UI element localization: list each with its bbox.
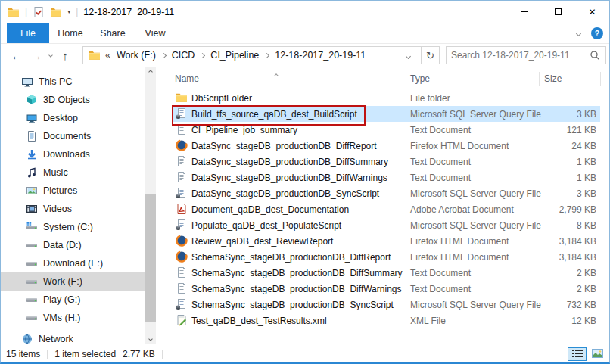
column-divider[interactable] — [539, 72, 540, 86]
breadcrumb-segment-ci-pipeline[interactable]: CI_Pipeline — [210, 50, 259, 61]
sidebar-item-label: VMs (H:) — [43, 313, 80, 323]
file-row-datasync-stagedb-productiondb-diffsummary[interactable]: DataSync_stageDB_productionDB_DiffSummar… — [157, 154, 609, 170]
sidebar-item-downloads[interactable]: Downloads — [1, 145, 145, 163]
address-folder-icon — [89, 49, 101, 61]
sidebar-item-this-pc[interactable]: This PC — [1, 73, 145, 91]
breadcrumb-segment-work-f[interactable]: Work (F:) — [117, 50, 156, 61]
file-row-datasync-stagedb-productiondb-syncscript[interactable]: DataSync_stageDB_productionDB_SyncScript… — [157, 185, 609, 201]
sidebar-item-pictures[interactable]: Pictures — [1, 182, 145, 200]
drive-icon — [26, 257, 38, 269]
text-icon — [176, 282, 188, 294]
sidebar-scrollbar[interactable] — [145, 67, 156, 344]
file-type: Text Document — [410, 125, 471, 135]
refresh-icon: ↻ — [426, 50, 434, 61]
sidebar-item-label: Videos — [43, 204, 72, 214]
file-name: DataSync_stageDB_productionDB_DiffWarnin… — [191, 173, 387, 183]
file-row-document-qadb-dest-documentation[interactable]: Document_qaDB_dest_DocumentationAdobe Ac… — [157, 201, 609, 217]
breadcrumb-separator-icon[interactable] — [200, 52, 205, 58]
up-button[interactable]: ↑ — [57, 44, 73, 67]
recent-locations-icon[interactable] — [46, 44, 55, 67]
back-button[interactable]: ← — [8, 44, 25, 67]
column-divider[interactable] — [600, 72, 601, 86]
file-name: DataSync_stageDB_productionDB_DiffReport — [191, 141, 377, 151]
music-icon — [26, 166, 38, 179]
sidebar-item-documents[interactable]: Documents — [1, 127, 145, 145]
qat-dropdown-icon[interactable]: ▾ — [67, 8, 70, 15]
sidebar-item-play-g[interactable]: Play (G:) — [1, 291, 145, 309]
file-name: Review_qaDB_dest_ReviewReport — [191, 236, 333, 247]
scroll-up-icon[interactable] — [145, 67, 156, 77]
thumbnails-view-button[interactable] — [588, 347, 607, 361]
column-header-type[interactable]: Type — [410, 73, 430, 84]
check-doc-icon[interactable] — [33, 6, 45, 18]
scrollbar-thumb[interactable] — [145, 194, 156, 322]
file-row-datasync-stagedb-productiondb-diffreport[interactable]: DataSync_stageDB_productionDB_DiffReport… — [157, 138, 609, 154]
window-title: 12-18-2017_20-19-11 — [83, 7, 174, 17]
sidebar-item-work-f[interactable]: Work (F:) — [1, 272, 145, 291]
search-icon[interactable] — [589, 49, 601, 61]
minimize-button[interactable] — [507, 1, 541, 23]
column-headers: Name Type Size — [157, 70, 609, 87]
desktop-icon — [26, 112, 38, 124]
breadcrumb-segment-12-18-2017-20-19-11[interactable]: 12-18-2017_20-19-11 — [275, 50, 366, 61]
breadcrumb-separator-icon[interactable] — [264, 52, 269, 58]
help-icon[interactable]: ? — [591, 27, 603, 39]
column-header-name[interactable]: Name — [175, 73, 199, 84]
new-folder-icon[interactable] — [50, 6, 62, 18]
text-icon — [176, 155, 188, 167]
sidebar-item-vms-h[interactable]: VMs (H:) — [1, 309, 145, 327]
status-divider — [162, 350, 163, 359]
tab-file[interactable]: File — [7, 23, 49, 43]
scroll-down-icon[interactable] — [145, 334, 156, 344]
file-type: Firefox HTML Document — [410, 252, 509, 263]
sidebar-item-desktop[interactable]: Desktop — [1, 109, 145, 127]
search-input[interactable] — [447, 50, 589, 61]
refresh-button[interactable]: ↻ — [421, 46, 440, 64]
column-header-size[interactable]: Size — [544, 73, 562, 84]
file-row-datasync-stagedb-productiondb-diffwarnings[interactable]: DataSync_stageDB_productionDB_DiffWarnin… — [157, 170, 609, 185]
thumbnails-view-icon — [592, 349, 603, 360]
sort-ascending-icon — [275, 69, 278, 79]
file-row-test-qadb-dest-testresults-xml[interactable]: Test_qaDB_dest_TestResults.xmlXML File12… — [157, 313, 609, 328]
file-name: Build_tfs_source_qaDB_dest_BuildScript — [191, 109, 357, 120]
sidebar-item-videos[interactable]: Videos — [1, 200, 145, 218]
address-dropdown-icon[interactable] — [401, 50, 415, 61]
file-row-schemasync-stagedb-productiondb-diffwarnings[interactable]: SchemaSync_stageDB_productionDB_DiffWarn… — [157, 281, 609, 297]
sidebar-item-system-c[interactable]: System (C:) — [1, 218, 145, 236]
file-type: Text Document — [410, 173, 471, 183]
tab-home[interactable]: Home — [49, 23, 92, 43]
file-row-schemasync-stagedb-productiondb-diffsummary[interactable]: SchemaSync_stageDB_productionDB_DiffSumm… — [157, 265, 609, 281]
file-row-schemasync-stagedb-productiondb-syncscript[interactable]: SchemaSync_stageDB_productionDB_SyncScri… — [157, 297, 609, 313]
breadcrumb-segment-cicd[interactable]: CICD — [172, 50, 195, 61]
forward-button[interactable]: → — [28, 44, 45, 67]
sidebar-item-network[interactable]: Network — [1, 330, 145, 348]
file-row-build-tfs-source-qadb-dest-buildscript[interactable]: Build_tfs_source_qaDB_dest_BuildScriptMi… — [157, 106, 609, 122]
sidebar-item-music[interactable]: Music — [1, 163, 145, 182]
sidebar-item-label: Network — [39, 334, 73, 344]
sidebar-item-3d-objects[interactable]: 3D Objects — [1, 91, 145, 109]
text-icon — [176, 171, 188, 183]
sidebar-item-download-e[interactable]: Download (E:) — [1, 254, 145, 272]
tab-share[interactable]: Share — [92, 23, 134, 43]
close-button[interactable]: ✕ — [575, 1, 609, 23]
expand-ribbon-icon[interactable] — [576, 30, 581, 36]
breadcrumb-separator-icon[interactable] — [161, 52, 167, 58]
minimize-icon — [521, 11, 528, 12]
tab-view[interactable]: View — [134, 23, 176, 43]
pictures-icon — [26, 185, 38, 197]
sidebar-item-data-d[interactable]: Data (D:) — [1, 236, 145, 254]
column-divider[interactable] — [403, 72, 403, 86]
file-row-dbscriptfolder[interactable]: DbScriptFolderFile folder — [157, 90, 609, 106]
breadcrumb-segments: Work (F:)CICDCI_Pipeline12-18-2017_20-19… — [117, 50, 366, 61]
file-size: 12 KB — [528, 316, 596, 326]
breadcrumb-overflow[interactable]: « — [105, 50, 110, 61]
file-name: Document_qaDB_dest_Documentation — [191, 204, 349, 215]
breadcrumb[interactable]: « Work (F:)CICDCI_Pipeline12-18-2017_20-… — [82, 46, 422, 64]
file-row-populate-qadb-dest-populatescript[interactable]: Populate_qaDB_dest_PopulateScriptMicroso… — [157, 217, 609, 233]
sidebar-item-label: Pictures — [43, 185, 77, 196]
file-row-schemasync-stagedb-productiondb-diffreport[interactable]: SchemaSync_stageDB_productionDB_DiffRepo… — [157, 249, 609, 265]
items-count: 15 items — [6, 349, 40, 359]
details-view-button[interactable] — [568, 347, 587, 361]
file-row-review-qadb-dest-reviewreport[interactable]: Review_qaDB_dest_ReviewReportFirefox HTM… — [157, 233, 609, 249]
maximize-button[interactable] — [541, 1, 575, 23]
